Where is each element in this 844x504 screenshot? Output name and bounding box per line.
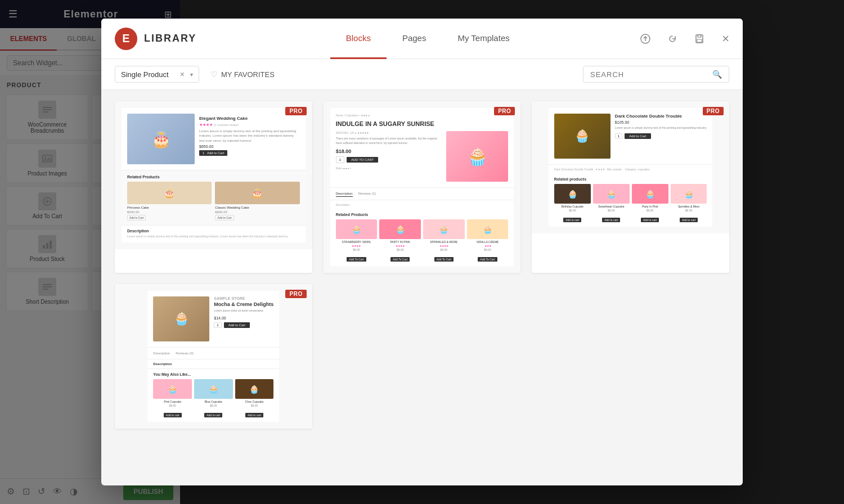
template-4-desc-label: Description <box>147 359 279 369</box>
template-2-image: 🧁 <box>446 131 508 182</box>
pro-badge-1: PRO <box>285 107 306 115</box>
pro-badge-2: PRO <box>494 107 515 115</box>
template-3-related-title: Related products <box>554 177 707 181</box>
related-product-name-2: Classic Wedding Cake <box>215 206 299 209</box>
template-4-title: Mocha & Creme Delights <box>214 302 273 307</box>
modal-header-actions: × <box>636 30 729 48</box>
tab-blocks[interactable]: Blocks <box>330 19 387 59</box>
modal-toolbar: Single Product × ▾ ♡ MY FAVORITES 🔍 <box>101 59 743 90</box>
search-area: 🔍 <box>583 66 729 83</box>
related-product-price-2: $600.00 <box>215 210 299 214</box>
modal-title: LIBRARY <box>144 33 196 44</box>
template-4-subtitle: SAMPLE STORE <box>214 296 273 300</box>
template-grid: PRO 🎂 Elegant Wedding Cake ★★★★ (1 custo… <box>115 101 729 429</box>
template-3-title: Dark Chocolate Double Trouble <box>615 114 707 119</box>
template-4-price: $14.00 <box>214 316 273 320</box>
template-1-desc: Lorem ipsum is simply dummy text of the … <box>199 129 300 143</box>
modal-logo-letter: E <box>122 32 129 45</box>
template-2-related-title: Related Products <box>336 213 509 217</box>
template-preview-1: 🎂 Elegant Wedding Cake ★★★★ (1 customer … <box>115 101 312 249</box>
template-1-related-title: Related Products <box>127 175 300 179</box>
save-action-icon[interactable] <box>690 30 708 48</box>
t3-product-img-2: 🧁 <box>593 184 630 204</box>
related-product-btn-2: Add to Cart <box>215 215 234 220</box>
close-button[interactable]: × <box>722 32 729 46</box>
template-1-image: 🎂 <box>127 114 195 164</box>
related-product-img-2: 🎂 <box>215 182 299 204</box>
related-product-price-1: $350.00 <box>127 210 212 214</box>
search-icon[interactable]: 🔍 <box>712 70 722 79</box>
template-1-stars: ★★★★ (1 customer review) <box>199 123 300 127</box>
t4-product-img-2: 🧁 <box>194 379 233 399</box>
template-2-title: INDULGE IN A SUGARY SUNRISE <box>336 120 509 128</box>
template-2-price: $18.00 <box>336 148 442 154</box>
template-1-add-btn: 1 Add to Cart <box>199 150 227 156</box>
pro-badge-3: PRO <box>703 107 724 115</box>
template-2-tab-desc: Description <box>336 191 353 197</box>
template-4-image: 🧁 <box>153 296 209 341</box>
chevron-down-icon: ▾ <box>190 71 193 78</box>
template-2-desc: There are many variations of passages of… <box>336 137 442 145</box>
template-3-meta: Dark Chocolate Double Trouble ♥ ♥ ♥ ♥ Mi… <box>549 164 713 174</box>
template-preview-4: 🧁 SAMPLE STORE Mocha & Creme Delights Lo… <box>115 284 312 429</box>
svg-rect-27 <box>697 39 702 42</box>
template-3-desc: Lorem ipsum is simply dummy text of the … <box>615 126 707 130</box>
modal-logo: E <box>115 28 137 50</box>
filter-clear-icon[interactable]: × <box>180 70 185 79</box>
template-2-breadcrumb: Home / Cupcakes / ★★★ ● <box>336 114 509 117</box>
related-product-btn-1: Add to Cart <box>127 215 146 220</box>
t2-product-img-1: 🧁 <box>336 219 378 239</box>
pro-badge-4: PRO <box>285 290 306 298</box>
template-4-desc: Lorem ipsum dolor sit amet consectetur. <box>214 309 273 313</box>
template-2-desc-content: Description <box>330 200 514 209</box>
search-templates-input[interactable] <box>590 70 712 79</box>
related-product-name-1: Princess Cake <box>127 206 212 209</box>
template-preview-3: 🧁 Dark Chocolate Double Trouble $105.00 … <box>532 101 729 233</box>
t2-product-img-2: 🧁 <box>379 219 421 239</box>
t3-product-img-3: 🧁 <box>632 184 668 204</box>
heart-icon: ♡ <box>210 70 218 79</box>
t4-product-img-1: 🧁 <box>153 379 192 399</box>
template-4-similar-title: You May Also Like... <box>153 372 273 376</box>
refresh-action-icon[interactable] <box>663 30 681 48</box>
t2-product-img-4: 🧁 <box>467 219 509 239</box>
template-2-meta: SERVING: 1/8 ● ★★★★★ <box>336 131 442 134</box>
library-modal: E LIBRARY Blocks Pages My Templates × <box>101 19 743 485</box>
filter-dropdown[interactable]: Single Product × ▾ <box>115 66 199 83</box>
template-card-3[interactable]: PRO 🧁 Dark Chocolate Double Trouble $105… <box>532 101 729 273</box>
template-card-4[interactable]: PRO 🧁 SAMPLE STORE Mocha & Creme Delight… <box>115 284 312 429</box>
t3-product-img-4: 🧁 <box>671 184 707 204</box>
template-card-2[interactable]: PRO Home / Cupcakes / ★★★ ● INDULGE IN A… <box>324 101 521 273</box>
svg-rect-26 <box>698 35 701 37</box>
related-product-img-1: 🎂 <box>127 182 212 204</box>
favorites-label: MY FAVORITES <box>221 70 275 79</box>
t3-product-img-1: 🧁 <box>554 184 591 204</box>
favorites-button[interactable]: ♡ MY FAVORITES <box>210 70 275 79</box>
template-card-1[interactable]: PRO 🎂 Elegant Wedding Cake ★★★★ (1 custo… <box>115 101 312 273</box>
template-3-price: $105.00 <box>615 120 707 124</box>
t2-product-img-3: 🧁 <box>423 219 465 239</box>
template-preview-2: Home / Cupcakes / ★★★ ● INDULGE IN A SUG… <box>324 101 521 273</box>
t4-product-img-3: 🧁 <box>235 379 274 399</box>
tab-pages[interactable]: Pages <box>387 19 442 59</box>
template-1-desc-content: Lorem ipsum is simply dummy text of the … <box>127 235 300 239</box>
template-2-tab-reviews: Reviews (1) <box>358 191 376 197</box>
template-1-price: $650.00 <box>199 145 300 148</box>
modal-header: E LIBRARY Blocks Pages My Templates × <box>101 19 743 59</box>
filter-value: Single Product <box>121 70 177 79</box>
modal-nav-tabs: Blocks Pages My Templates <box>219 19 636 59</box>
upload-action-icon[interactable] <box>636 30 654 48</box>
template-1-desc-label: Description <box>127 229 300 233</box>
tab-my-templates[interactable]: My Templates <box>442 19 525 59</box>
template-3-image: 🧁 <box>554 114 610 159</box>
modal-content: PRO 🎂 Elegant Wedding Cake ★★★★ (1 custo… <box>101 90 743 485</box>
template-1-title: Elegant Wedding Cake <box>199 116 300 121</box>
modal-overlay: E LIBRARY Blocks Pages My Templates × <box>0 0 844 504</box>
